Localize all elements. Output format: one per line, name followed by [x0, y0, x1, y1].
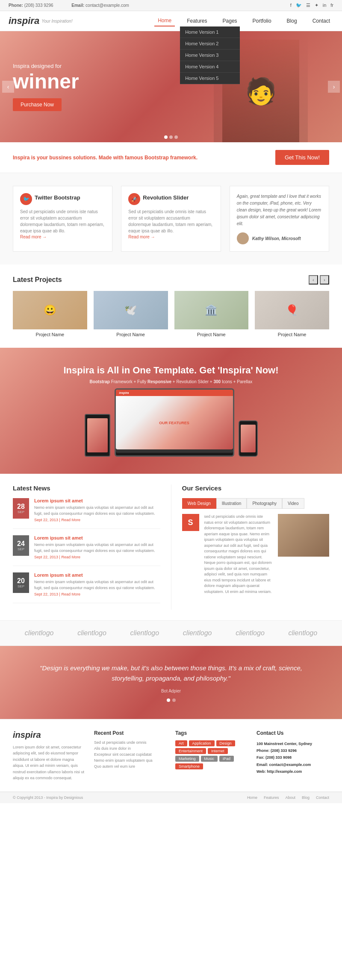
projects-prev-button[interactable]: ‹	[309, 275, 318, 285]
footer-nav-contact[interactable]: Contact	[316, 795, 329, 800]
nav-pages[interactable]: Pages	[219, 16, 241, 26]
header: inspira Your Inspiration! Home Home Vers…	[0, 11, 342, 31]
hero-winner: winner	[13, 71, 79, 92]
testimonial-card: Again, great template and I love that it…	[230, 186, 329, 252]
service-image	[278, 514, 329, 557]
projects-section: Latest Projects ‹ › 😀 Project Name 🕊️ Pr…	[0, 264, 342, 348]
client-logo-2: clientlogo	[77, 629, 106, 637]
quote-text: "Design is everything we make, but it's …	[26, 663, 316, 684]
hero-purchase-button[interactable]: Purchase Now	[13, 98, 62, 111]
client-logo-4: clientlogo	[183, 629, 212, 637]
feature-card-twitter: 🐦 Twitter Bootstrap Sed ut perspiciatis …	[13, 186, 112, 252]
social-twitter[interactable]: 🐦	[296, 3, 302, 8]
feature-title-2: Revolution Slider	[143, 194, 189, 201]
device-tablet-left	[85, 414, 110, 457]
phone-label: Phone: (208) 333 9296	[9, 3, 63, 8]
news-item-meta-1: Sept 22, 2013 | Read More	[34, 518, 160, 522]
projects-next-button[interactable]: ›	[320, 275, 329, 285]
tag-marketing[interactable]: Marketing	[175, 756, 199, 762]
quote-dots	[26, 698, 316, 702]
news-content-2: Lorem ipsum sit amet Nemo enim ipsam vol…	[34, 535, 160, 559]
footer-post-1[interactable]: Sed ut perspiciatis unde omnis	[94, 740, 167, 745]
nav-home[interactable]: Home	[154, 15, 175, 26]
quote-section: "Design is everything we make, but it's …	[0, 646, 342, 719]
feature-text-1: Sed ut perspiciatis unde omnis iste natu…	[20, 208, 105, 234]
device-mobile	[239, 420, 258, 457]
tag-internet[interactable]: Internet	[208, 748, 228, 754]
hero-dot-2[interactable]	[169, 135, 173, 139]
project-item-4[interactable]: 🎈 Project Name	[255, 291, 329, 337]
footer-nav-home[interactable]: Home	[247, 795, 257, 800]
footer-post-2[interactable]: Alis duis irure dolor in	[94, 746, 167, 751]
tag-art[interactable]: Art	[175, 740, 187, 746]
project-name-2: Project Name	[94, 332, 168, 337]
service-icon: S	[182, 514, 199, 531]
social-dribbble[interactable]: ✦	[315, 3, 318, 8]
hero-arrow-right[interactable]: ›	[328, 81, 340, 93]
tag-application[interactable]: Application	[189, 740, 215, 746]
cta-button[interactable]: Get This Now!	[275, 150, 329, 165]
footer-contact-info: 100 Mainstreet Center, Sydney Phone: (20…	[256, 740, 329, 775]
feature-title-1: Twitter Bootstrap	[35, 194, 80, 201]
news-date-3: 20 SEP	[13, 572, 29, 593]
social-facebook[interactable]: f	[290, 3, 292, 8]
dropdown-item-3[interactable]: Home Version 3	[180, 50, 240, 61]
service-tab-illustration[interactable]: Illustration	[216, 498, 247, 509]
project-item-1[interactable]: 😀 Project Name	[13, 291, 87, 337]
topbar: Phone: (208) 333 9296 Email: contact@exa…	[0, 0, 342, 11]
device-laptop: inspira OUR FEATURES	[115, 388, 234, 457]
footer-post-5[interactable]: Quo autem vel eum iure	[94, 764, 167, 769]
feature-readmore-1[interactable]: Read more →	[20, 235, 47, 239]
hero-dot-1[interactable]	[164, 135, 168, 139]
project-item-2[interactable]: 🕊️ Project Name	[94, 291, 168, 337]
hero-dot-3[interactable]	[174, 135, 178, 139]
news-item-title-2: Lorem ipsum sit amet	[34, 535, 160, 540]
footer-brand-text: Lorem ipsum dolor sit amet, consectetur …	[13, 744, 86, 781]
main-nav: Home Home Version 1 Home Version 2 Home …	[154, 15, 333, 26]
hero-dots	[164, 135, 178, 139]
social-linkedin[interactable]: in	[323, 3, 327, 8]
footer-nav-blog[interactable]: Blog	[302, 795, 310, 800]
service-tab-photography[interactable]: Photography	[247, 498, 282, 509]
topbar-social: f 🐦 ☰ ✦ in fr	[290, 3, 333, 8]
tag-entertainment[interactable]: Entertainment	[175, 748, 206, 754]
tag-ipad[interactable]: iPad	[219, 756, 234, 762]
nav-contact[interactable]: Contact	[309, 16, 333, 26]
promo-subtitle: Bootstrap Framework + Fully Responsive +…	[13, 379, 329, 384]
service-tab-webdesign[interactable]: Web Design	[182, 498, 216, 509]
footer-bottom: © Copyright 2013 - Inspira by Designious…	[0, 792, 342, 803]
tag-design[interactable]: Design	[216, 740, 235, 746]
promo-section: Inspira is All in One Template. Get 'Ins…	[0, 348, 342, 474]
tag-smartphone[interactable]: Smartphone	[175, 763, 203, 769]
tags-container: Art Application Design Entertainment Int…	[175, 740, 248, 769]
cta-text: Inspira is your bussines solutions. Made…	[13, 154, 198, 161]
project-item-3[interactable]: 🏛️ Project Name	[174, 291, 249, 337]
footer-tags-title: Tags	[175, 730, 248, 736]
project-name-1: Project Name	[13, 332, 87, 337]
rocket-icon: 🚀	[128, 193, 140, 205]
dropdown-item-4[interactable]: Home Version 4	[180, 61, 240, 73]
nav-features[interactable]: Features	[183, 16, 210, 26]
nav-portfolio[interactable]: Portfolio	[249, 16, 275, 26]
dropdown-item-2[interactable]: Home Version 2	[180, 38, 240, 50]
project-name-4: Project Name	[255, 332, 329, 337]
social-rss[interactable]: ☰	[306, 3, 310, 8]
service-tab-video[interactable]: Video	[282, 498, 304, 509]
nav-blog[interactable]: Blog	[283, 16, 301, 26]
client-logo-6: clientlogo	[289, 629, 318, 637]
service-content: S sed ut perspiciatis unde omnis iste na…	[182, 514, 330, 595]
footer-post-3[interactable]: Excepteur sint occaecat cupidatat	[94, 752, 167, 757]
feature-readmore-2[interactable]: Read more →	[128, 235, 155, 239]
footer-nav-about[interactable]: About	[285, 795, 295, 800]
news-item-meta-3: Sept 22, 2013 | Read More	[34, 592, 160, 596]
tag-music[interactable]: Music	[201, 756, 218, 762]
footer-nav-features[interactable]: Features	[264, 795, 279, 800]
quote-dot-2[interactable]	[172, 698, 176, 702]
logo: inspira Your Inspiration!	[9, 15, 72, 26]
news-content-3: Lorem ipsum sit amet Nemo enim ipsam vol…	[34, 572, 160, 596]
social-google[interactable]: fr	[330, 3, 333, 8]
dropdown-item-1[interactable]: Home Version 1	[180, 26, 240, 38]
footer-post-4[interactable]: Nemo enim ipsam voluptatem qua	[94, 758, 167, 763]
quote-dot-1[interactable]	[167, 698, 170, 702]
dropdown-item-5[interactable]: Home Version 5	[180, 73, 240, 84]
